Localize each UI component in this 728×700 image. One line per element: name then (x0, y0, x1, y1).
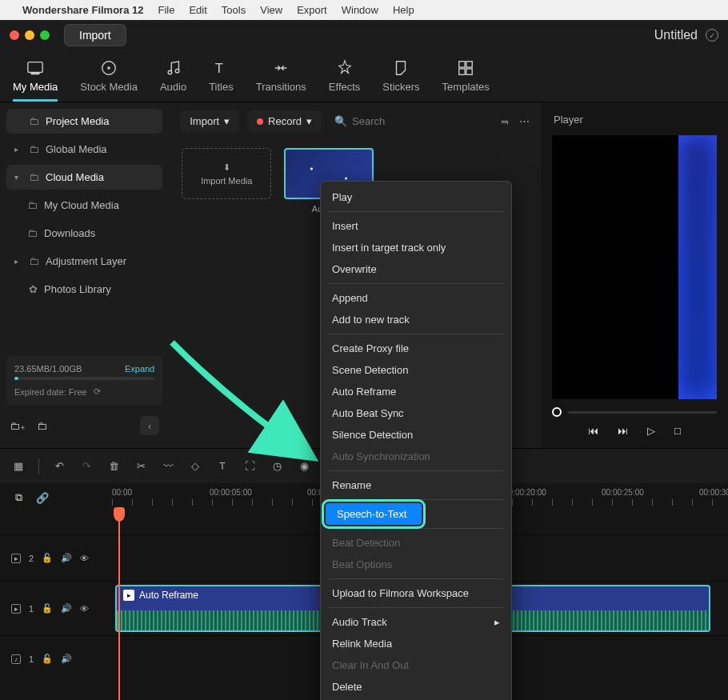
dropdown-label: Import (190, 115, 219, 127)
menu-window[interactable]: Window (342, 4, 378, 16)
stop-button[interactable]: □ (674, 425, 681, 437)
redo-button[interactable]: ↷ (79, 459, 94, 474)
import-media-drop[interactable]: ⬇ Import Media (182, 148, 271, 199)
lock-icon[interactable]: 🔓 (42, 654, 53, 664)
sidebar-label: Cloud Media (46, 171, 104, 183)
visibility-icon[interactable]: 👁 (80, 554, 89, 563)
grid-icon[interactable]: ▦ (11, 459, 26, 474)
sidebar-item-cloud-media[interactable]: ▾ 🗀 Cloud Media (6, 165, 162, 190)
search-field[interactable]: 🔍 (330, 110, 491, 132)
tab-titles[interactable]: TTitles (209, 58, 234, 102)
menu-view[interactable]: View (260, 4, 282, 16)
svg-rect-7 (459, 62, 465, 67)
mute-icon[interactable]: 🔊 (61, 553, 72, 563)
prev-frame-button[interactable]: ⏮ (588, 425, 598, 437)
split-button[interactable]: ✂ (134, 459, 148, 474)
filter-icon[interactable]: ⫬ (499, 115, 510, 127)
menu-overwrite[interactable]: Overwrite (321, 258, 511, 280)
menu-scene-detection[interactable]: Scene Detection (321, 359, 511, 381)
mute-icon[interactable]: 🔊 (61, 603, 72, 614)
menu-insert-target[interactable]: Insert in target track only (321, 237, 511, 258)
menu-audio-track[interactable]: Audio Track▸ (321, 611, 511, 633)
svg-point-5 (175, 69, 179, 73)
ripple-icon[interactable]: ⧉ (11, 490, 26, 505)
minimize-window-button[interactable] (25, 30, 34, 40)
menu-beat-detection: Beat Detection (321, 532, 511, 554)
more-menu-icon[interactable]: ⋯ (519, 115, 530, 127)
undo-button[interactable]: ↶ (52, 459, 66, 474)
menu-tools[interactable]: Tools (222, 4, 246, 16)
tab-audio[interactable]: Audio (160, 58, 186, 102)
menu-relink-media[interactable]: Relink Media (321, 633, 511, 654)
search-input[interactable] (352, 115, 486, 127)
new-folder-icon[interactable]: 🗀₊ (10, 420, 26, 432)
crop-icon[interactable]: ⛶ (242, 459, 257, 474)
sidebar-item-photos-library[interactable]: ✿ Photos Library (6, 277, 162, 302)
track-number: 1 (29, 654, 34, 664)
stickers-icon (391, 58, 410, 78)
menu-file[interactable]: File (158, 4, 174, 16)
zoom-window-button[interactable] (40, 30, 50, 40)
menu-speech-to-text[interactable]: Speech-to-Text (326, 503, 422, 525)
sidebar-item-global-media[interactable]: ▸ 🗀 Global Media (6, 137, 162, 162)
expand-link[interactable]: Expand (125, 364, 154, 374)
tab-label: Effects (329, 81, 361, 93)
sidebar-item-downloads[interactable]: 🗀 Downloads (6, 221, 162, 246)
next-frame-button[interactable]: ⏭ (618, 425, 628, 437)
visibility-icon[interactable]: 👁 (80, 604, 89, 614)
chevron-down-icon: ▾ (306, 115, 312, 127)
color-icon[interactable]: ◉ (297, 459, 311, 474)
sidebar-item-project-media[interactable]: 🗀 Project Media (6, 109, 162, 134)
tab-stickers[interactable]: Stickers (382, 58, 419, 102)
link-icon[interactable]: 🔗 (35, 490, 50, 505)
menu-auto-reframe[interactable]: Auto Reframe (321, 381, 511, 402)
separator (329, 211, 503, 212)
media-icon (26, 58, 45, 78)
progress-bar[interactable] (568, 411, 717, 414)
tab-effects[interactable]: Effects (329, 58, 361, 102)
tag-icon[interactable]: ◇ (188, 459, 202, 474)
collapse-sidebar-button[interactable]: ‹ (140, 416, 159, 435)
sidebar-item-adjustment[interactable]: ▸ 🗀 Adjustment Layer (6, 249, 162, 274)
lock-icon[interactable]: 🔓 (42, 553, 53, 563)
folder-action-icon[interactable]: 🗀 (37, 420, 47, 432)
sidebar-item-my-cloud[interactable]: 🗀 My Cloud Media (6, 193, 162, 218)
play-button[interactable]: ▷ (647, 425, 655, 437)
menu-export[interactable]: Export (297, 4, 327, 16)
refresh-icon[interactable]: ⟳ (94, 386, 101, 397)
mute-icon[interactable]: 🔊 (61, 654, 72, 664)
menu-silence-detection[interactable]: Silence Detection (321, 424, 511, 446)
menu-append[interactable]: Append (321, 287, 511, 309)
lock-icon[interactable]: 🔓 (42, 603, 53, 614)
record-dropdown[interactable]: Record ▾ (247, 110, 322, 132)
playhead-dot[interactable] (552, 407, 562, 417)
delete-button[interactable]: 🗑 (106, 459, 121, 474)
text-tool-icon[interactable]: T (215, 459, 230, 474)
tab-stock-media[interactable]: Stock Media (80, 58, 138, 102)
menu-help[interactable]: Help (393, 4, 414, 16)
menu-proxy[interactable]: Create Proxy file (321, 338, 511, 359)
app-name[interactable]: Wondershare Filmora 12 (22, 4, 143, 16)
menu-add-track[interactable]: Add to new track (321, 309, 511, 330)
record-dot-icon (257, 118, 263, 125)
import-dropdown[interactable]: Import ▾ (180, 110, 239, 132)
speed-button[interactable]: 〰 (161, 459, 175, 474)
sync-status-icon[interactable]: ✓ (706, 29, 718, 42)
duration-icon[interactable]: ◷ (270, 459, 284, 474)
player-viewport[interactable] (552, 135, 717, 399)
close-window-button[interactable] (10, 30, 19, 40)
tab-templates[interactable]: Templates (442, 58, 490, 102)
import-button[interactable]: Import (64, 24, 126, 46)
media-sidebar: 🗀 Project Media ▸ 🗀 Global Media ▾ 🗀 Clo… (0, 102, 169, 448)
menu-upload-workspace[interactable]: Upload to Filmora Workspace (321, 582, 511, 604)
menu-delete[interactable]: Delete (321, 676, 511, 698)
menu-rename[interactable]: Rename (321, 474, 511, 496)
playhead[interactable] (118, 510, 120, 700)
menu-auto-beat-sync[interactable]: Auto Beat Sync (321, 402, 511, 424)
svg-rect-9 (459, 69, 465, 74)
menu-insert[interactable]: Insert (321, 215, 511, 237)
menu-play[interactable]: Play (321, 186, 511, 208)
tab-transitions[interactable]: Transitions (256, 58, 306, 102)
menu-edit[interactable]: Edit (189, 4, 206, 16)
tab-my-media[interactable]: My Media (13, 58, 58, 102)
